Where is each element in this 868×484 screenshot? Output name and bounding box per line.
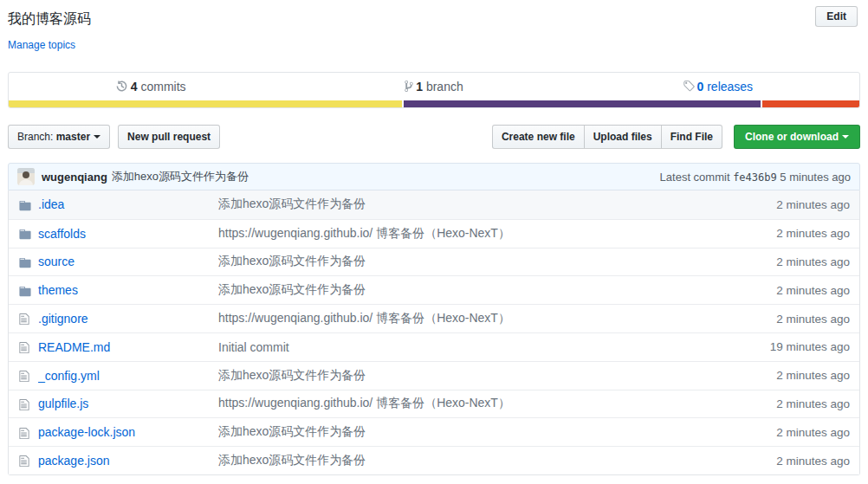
file-name-link[interactable]: source	[38, 255, 74, 268]
language-segment	[9, 100, 402, 107]
file-icon	[19, 398, 29, 411]
file-name-link[interactable]: gulpfile.js	[38, 397, 88, 410]
file-icon	[19, 370, 29, 383]
file-type-cell	[9, 454, 38, 468]
file-name-cell: .gitignore	[38, 312, 218, 326]
file-icon	[19, 341, 29, 354]
table-row: themes 添加hexo源码文件作为备份 2 minutes ago	[9, 275, 859, 304]
file-type-cell	[9, 226, 38, 241]
file-commit-message-link[interactable]: Initial commit	[218, 340, 289, 354]
commits-label: commits	[140, 80, 185, 94]
branches-count: 1	[416, 80, 423, 94]
git-branch-icon	[405, 80, 413, 93]
file-age: 2 minutes ago	[729, 313, 859, 326]
commit-message-link[interactable]: 添加hexo源码文件作为备份	[112, 169, 249, 184]
commit-message-cell: 添加hexo源码文件作为备份	[218, 282, 729, 298]
file-actions-group: Create new file Upload files Find File	[492, 125, 722, 149]
commit-message-cell: https://wugenqiang.github.io/ 博客备份（Hexo-…	[218, 226, 729, 242]
file-commit-message-link[interactable]: 添加hexo源码文件作为备份	[218, 453, 366, 467]
table-row: gulpfile.js https://wugenqiang.github.io…	[9, 390, 859, 418]
file-name-link[interactable]: _config.yml	[38, 369, 100, 383]
file-name-link[interactable]: scaffolds	[38, 227, 86, 241]
file-name-link[interactable]: package.json	[38, 454, 110, 468]
file-commit-message-link[interactable]: 添加hexo源码文件作为备份	[218, 254, 366, 268]
file-icon	[19, 427, 29, 440]
commit-message-cell: 添加hexo源码文件作为备份	[218, 368, 729, 384]
latest-commit-bar: wugenqiang 添加hexo源码文件作为备份 Latest commit …	[8, 163, 860, 190]
commits-count-link[interactable]: 4 commits	[9, 80, 292, 94]
file-commit-message-link[interactable]: 添加hexo源码文件作为备份	[218, 424, 366, 438]
file-age: 2 minutes ago	[729, 426, 859, 439]
file-type-cell	[9, 197, 38, 212]
latest-commit-time: 5 minutes ago	[780, 171, 851, 184]
table-row: package.json 添加hexo源码文件作为备份 2 minutes ag…	[9, 446, 859, 474]
file-table: .idea 添加hexo源码文件作为备份 2 minutes ago scaff…	[8, 190, 860, 475]
file-age: 2 minutes ago	[729, 227, 859, 240]
clone-or-download-label: Clone or download	[745, 131, 839, 143]
new-pull-request-button[interactable]: New pull request	[118, 125, 220, 149]
file-name-cell: _config.yml	[38, 369, 218, 383]
file-name-link[interactable]: .idea	[38, 197, 64, 211]
file-type-cell	[9, 283, 38, 298]
avatar[interactable]	[17, 168, 35, 185]
file-commit-message-link[interactable]: 添加hexo源码文件作为备份	[218, 368, 366, 382]
branch-selector-button[interactable]: Branch: master	[8, 125, 110, 149]
folder-icon	[19, 199, 31, 212]
commit-message-cell: Initial commit	[218, 340, 729, 354]
language-bar[interactable]	[9, 100, 859, 107]
commit-author-link[interactable]: wugenqiang	[42, 171, 107, 184]
latest-commit-meta: Latest commit fe436b9 5 minutes ago	[660, 171, 851, 184]
find-file-button[interactable]: Find File	[661, 125, 722, 149]
file-age: 2 minutes ago	[729, 198, 859, 211]
releases-label: releases	[707, 80, 753, 94]
file-icon	[19, 455, 29, 468]
branches-count-link[interactable]: 1 branch	[292, 80, 575, 94]
file-name-cell: README.md	[38, 340, 218, 354]
edit-button[interactable]: Edit	[815, 6, 858, 27]
file-commit-message-link[interactable]: https://wugenqiang.github.io/ 博客备份（Hexo-…	[218, 226, 510, 240]
file-name-link[interactable]: package-lock.json	[38, 425, 135, 439]
file-name-link[interactable]: themes	[38, 283, 78, 297]
commit-sha-link[interactable]: fe436b9	[733, 171, 777, 184]
create-new-file-button[interactable]: Create new file	[492, 125, 585, 149]
file-commit-message-link[interactable]: 添加hexo源码文件作为备份	[218, 197, 366, 210]
file-age: 19 minutes ago	[729, 340, 859, 353]
commit-message-cell: 添加hexo源码文件作为备份	[218, 197, 729, 212]
file-age: 2 minutes ago	[729, 397, 859, 410]
file-commit-message-link[interactable]: https://wugenqiang.github.io/ 博客备份（Hexo-…	[218, 396, 510, 410]
table-row: package-lock.json 添加hexo源码文件作为备份 2 minut…	[9, 417, 859, 446]
avatar-image	[17, 168, 35, 185]
table-row: _config.yml 添加hexo源码文件作为备份 2 minutes ago	[9, 361, 859, 390]
releases-count-link[interactable]: 0 releases	[576, 80, 859, 94]
file-commit-message-link[interactable]: https://wugenqiang.github.io/ 博客备份（Hexo-…	[218, 311, 510, 325]
commit-message-cell: https://wugenqiang.github.io/ 博客备份（Hexo-…	[218, 396, 729, 411]
manage-topics-link[interactable]: Manage topics	[8, 39, 75, 51]
file-name-link[interactable]: .gitignore	[38, 312, 88, 326]
file-type-cell	[9, 368, 38, 383]
commit-message-cell: 添加hexo源码文件作为备份	[218, 424, 729, 440]
chevron-down-icon	[842, 135, 849, 139]
table-row: scaffolds https://wugenqiang.github.io/ …	[9, 219, 859, 248]
branch-name-label: master	[56, 131, 90, 143]
file-commit-message-link[interactable]: 添加hexo源码文件作为备份	[218, 282, 366, 296]
file-age: 2 minutes ago	[729, 369, 859, 382]
file-type-cell	[9, 425, 38, 440]
language-segment	[762, 100, 859, 107]
file-age: 2 minutes ago	[729, 255, 859, 268]
table-row: .idea 添加hexo源码文件作为备份 2 minutes ago	[9, 190, 859, 219]
folder-icon	[19, 256, 31, 269]
file-name-cell: gulpfile.js	[38, 397, 218, 410]
clone-or-download-button[interactable]: Clone or download	[734, 125, 860, 149]
file-type-cell	[9, 255, 38, 269]
file-type-cell	[9, 339, 38, 354]
commit-message-cell: 添加hexo源码文件作为备份	[218, 254, 729, 269]
file-name-cell: scaffolds	[38, 227, 218, 241]
language-segment	[404, 100, 761, 107]
page-title: 我的博客源码	[8, 9, 860, 29]
upload-files-button[interactable]: Upload files	[584, 125, 662, 149]
file-name-cell: source	[38, 255, 218, 268]
file-age: 2 minutes ago	[729, 284, 859, 297]
file-name-link[interactable]: README.md	[38, 340, 110, 354]
table-row: source 添加hexo源码文件作为备份 2 minutes ago	[9, 248, 859, 276]
file-icon	[19, 313, 29, 326]
